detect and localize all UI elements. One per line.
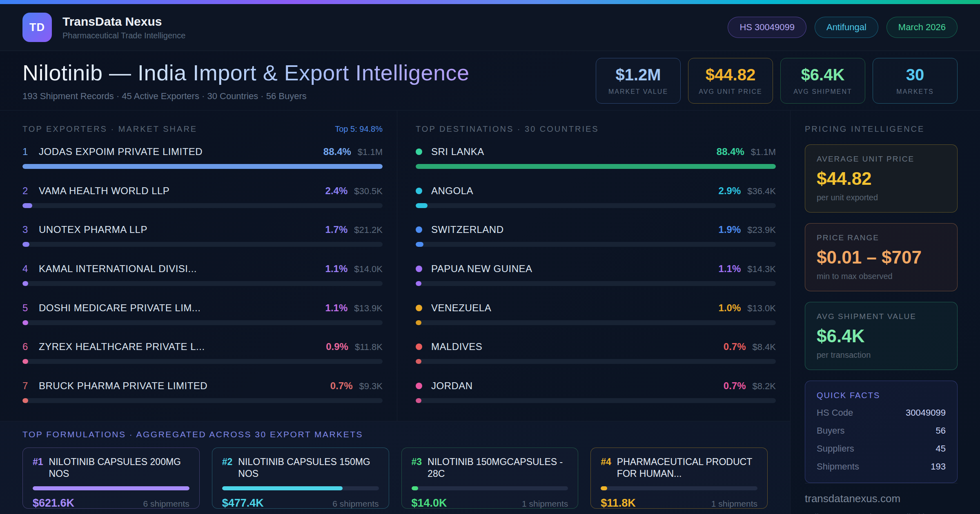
- row-main-line: 5DOSHI MEDICARE PRIVATE LIM...1.1%$13.9K: [22, 302, 383, 314]
- share-bar-track: [22, 359, 383, 364]
- row-name: BRUCK PHARMA PRIVATE LIMITED: [39, 380, 207, 392]
- exporter-row[interactable]: 4KAMAL INTERNATIONAL DIVISI...1.1%$14.0K: [22, 263, 383, 286]
- stat-card-market-value: $1.2MMARKET VALUE: [596, 58, 681, 104]
- avg-unit-price-value: $44.82: [817, 168, 946, 189]
- formulation-value: $621.6K: [33, 497, 74, 510]
- exporter-row[interactable]: 5DOSHI MEDICARE PRIVATE LIM...1.1%$13.9K: [22, 302, 383, 325]
- row-share-percent: 0.9%: [318, 341, 348, 352]
- share-bar-track: [22, 281, 383, 286]
- pricing-intelligence-panel: PRICING INTELLIGENCE AVERAGE UNIT PRICE …: [791, 111, 980, 514]
- share-bar-track: [416, 320, 776, 325]
- row-value: $8.2K: [753, 381, 776, 392]
- exporter-row[interactable]: 7BRUCK PHARMA PRIVATE LIMITED0.7%$9.3K: [22, 380, 383, 403]
- destination-row[interactable]: PAPUA NEW GUINEA1.1%$14.3K: [416, 263, 776, 286]
- exporter-row[interactable]: 6ZYREX HEALTHCARE PRIVATE L...0.9%$11.8K: [22, 341, 383, 364]
- row-rank: 6: [22, 341, 39, 352]
- top-destinations-panel: TOP DESTINATIONS · 30 COUNTRIES SRI LANK…: [397, 111, 790, 421]
- row-main-line: VENEZUELA1.0%$13.0K: [416, 302, 776, 314]
- row-share-percent: 2.4%: [317, 185, 348, 197]
- row-share-percent: 1.7%: [317, 224, 348, 235]
- exporter-row[interactable]: 1JODAS EXPOIM PRIVATE LIMITED88.4%$1.1M: [22, 146, 383, 169]
- row-share-percent: 0.7%: [715, 380, 746, 392]
- row-rank: 1: [22, 146, 39, 157]
- row-rank: 4: [22, 263, 39, 275]
- row-name: SWITZERLAND: [431, 224, 504, 235]
- row-share-percent: 0.7%: [322, 380, 353, 392]
- destination-row[interactable]: ANGOLA2.9%$36.4K: [416, 185, 776, 208]
- top-exporters-panel: TOP EXPORTERS · MARKET SHARE Top 5: 94.8…: [0, 111, 397, 421]
- destination-row[interactable]: SWITZERLAND1.9%$23.9K: [416, 224, 776, 247]
- badge-hs-code[interactable]: HS 30049099: [728, 17, 806, 38]
- card-subtext: min to max observed: [817, 272, 946, 281]
- quick-fact-label: Buyers: [817, 425, 844, 436]
- left-stack: TOP EXPORTERS · MARKET SHARE Top 5: 94.8…: [0, 111, 790, 514]
- formulation-card-1[interactable]: #1NILOTINIB CAPSULES 200MG NOS$621.6K6 s…: [22, 448, 200, 509]
- header-badges: HS 30049099 Antifungal March 2026: [728, 17, 958, 38]
- share-bar-fill: [22, 398, 28, 403]
- share-bar-track: [22, 320, 383, 325]
- row-value: $9.3K: [359, 381, 383, 392]
- badge-category[interactable]: Antifungal: [815, 17, 878, 38]
- lists-row: TOP EXPORTERS · MARKET SHARE Top 5: 94.8…: [0, 111, 790, 421]
- row-share-percent: 1.1%: [317, 263, 348, 275]
- row-name: JODAS EXPOIM PRIVATE LIMITED: [39, 146, 203, 157]
- formulation-card-4[interactable]: #4PHARMACEUTICAL PRODUCT FOR HUMAN...$11…: [590, 448, 768, 509]
- row-value: $21.2K: [354, 225, 383, 235]
- row-share-percent: 2.9%: [710, 185, 741, 197]
- brand-tagline: Pharmaceutical Trade Intelligence: [62, 31, 185, 40]
- share-bar-track: [22, 242, 383, 247]
- quick-facts-rows: HS Code30049099Buyers56Suppliers45Shipme…: [817, 408, 946, 472]
- destination-row[interactable]: VENEZUELA1.0%$13.0K: [416, 302, 776, 325]
- row-main-line: 1JODAS EXPOIM PRIVATE LIMITED88.4%$1.1M: [22, 146, 383, 157]
- destination-row[interactable]: SRI LANKA88.4%$1.1M: [416, 146, 776, 169]
- formulation-rank: #2: [222, 456, 233, 480]
- destinations-title: TOP DESTINATIONS · 30 COUNTRIES: [416, 124, 599, 134]
- share-bar-fill: [416, 281, 421, 286]
- row-main-line: MALDIVES0.7%$8.4K: [416, 341, 776, 352]
- hero-stat-cards: $1.2MMARKET VALUE$44.82AVG UNIT PRICE$6.…: [596, 58, 958, 104]
- row-name: VENEZUELA: [431, 302, 491, 314]
- destination-row[interactable]: JORDAN0.7%$8.2K: [416, 380, 776, 403]
- stat-value: $44.82: [706, 66, 755, 84]
- destinations-panel-header: TOP DESTINATIONS · 30 COUNTRIES: [416, 124, 784, 134]
- exporter-row[interactable]: 3UNOTEX PHARMA LLP1.7%$21.2K: [22, 224, 383, 247]
- row-share-percent: 1.1%: [710, 263, 741, 275]
- formulation-card-3[interactable]: #3NILOTINIB 150MGCAPSULES - 28C$14.0K1 s…: [401, 448, 579, 509]
- country-dot-icon: [416, 188, 422, 194]
- formulation-bar-track: [33, 486, 189, 490]
- brand-block: TransData Nexus Pharmaceutical Trade Int…: [62, 15, 185, 40]
- share-bar-track: [416, 242, 776, 247]
- row-share-percent: 1.1%: [317, 302, 348, 314]
- row-value: $14.3K: [747, 264, 776, 275]
- share-bar-fill: [416, 242, 423, 247]
- content-row: TOP EXPORTERS · MARKET SHARE Top 5: 94.8…: [0, 111, 980, 514]
- formulation-title-line: #4PHARMACEUTICAL PRODUCT FOR HUMAN...: [601, 456, 757, 480]
- share-bar-fill: [22, 281, 28, 286]
- exporters-top5-share: Top 5: 94.8%: [335, 124, 383, 134]
- card-label: PRICE RANGE: [817, 233, 946, 242]
- source-domain-link[interactable]: transdatanexus.com: [805, 492, 958, 505]
- destination-row[interactable]: MALDIVES0.7%$8.4K: [416, 341, 776, 364]
- row-rank: 2: [22, 185, 39, 197]
- row-value: $30.5K: [354, 186, 383, 197]
- row-main-line: SWITZERLAND1.9%$23.9K: [416, 224, 776, 235]
- page-title: Nilotinib — India Import & Export Intell…: [22, 60, 470, 85]
- quick-fact-row: Suppliers45: [817, 443, 946, 454]
- stat-label: AVG UNIT PRICE: [699, 88, 762, 95]
- card-label: AVG SHIPMENT VALUE: [817, 312, 946, 321]
- card-subtext: per unit exported: [817, 193, 946, 202]
- stat-value: 30: [906, 66, 924, 84]
- row-main-line: 2VAMA HEALTH WORLD LLP2.4%$30.5K: [22, 185, 383, 197]
- formulation-card-2[interactable]: #2NILOTINIB CAPSULES 150MG NOS$477.4K6 s…: [212, 448, 389, 509]
- badge-period[interactable]: March 2026: [886, 17, 958, 38]
- page-subtitle: 193 Shipment Records · 45 Active Exporte…: [22, 91, 470, 102]
- formulation-bottom-line: $11.8K1 shipments: [601, 497, 757, 510]
- exporter-row[interactable]: 2VAMA HEALTH WORLD LLP2.4%$30.5K: [22, 185, 383, 208]
- brand-logo: TD: [22, 13, 52, 42]
- quick-fact-value: 45: [936, 443, 946, 454]
- stat-value: $1.2M: [615, 66, 661, 84]
- country-dot-icon: [416, 266, 422, 272]
- row-share-percent: 88.4%: [315, 146, 351, 157]
- share-bar-track: [22, 398, 383, 403]
- row-name: ZYREX HEALTHCARE PRIVATE L...: [39, 341, 205, 352]
